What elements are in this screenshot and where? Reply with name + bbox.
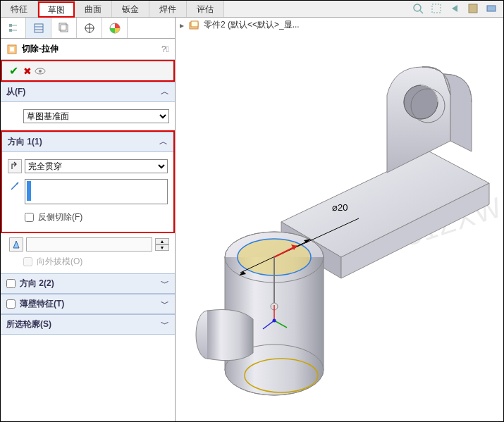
panel-tab-appearance[interactable] xyxy=(102,18,128,38)
direction1-highlight-box: 方向 1(1) ︿ 完全贯穿 xyxy=(1,130,175,233)
svg-rect-5 xyxy=(9,24,12,27)
tab-surface[interactable]: 曲面 xyxy=(75,1,112,17)
section-thin-header[interactable]: 薄壁特征(T) ﹀ xyxy=(1,294,175,314)
tab-feature[interactable]: 特征 xyxy=(1,1,38,17)
chevron-up-icon[interactable]: ︿ xyxy=(161,86,169,98)
feature-title: 切除-拉伸 xyxy=(22,43,161,55)
section-dir2-header[interactable]: 方向 2(2) ﹀ xyxy=(1,273,175,294)
flip-side-checkbox[interactable] xyxy=(25,213,34,222)
ok-button[interactable]: ✔ xyxy=(6,64,20,77)
dimension-annotation[interactable]: ⌀20 xyxy=(332,202,348,213)
draft-spinner: ▲ ▼ xyxy=(155,238,169,251)
tab-sheetmetal[interactable]: 钣金 xyxy=(112,1,149,17)
section-from-body: 草图基准面 xyxy=(1,102,175,130)
zoom-fit-icon[interactable] xyxy=(412,2,424,15)
svg-rect-19 xyxy=(10,47,14,51)
panel-tab-strip xyxy=(1,18,175,39)
svg-point-0 xyxy=(414,4,421,11)
help-icon[interactable]: ?⃝ xyxy=(161,44,169,54)
direction-selection-box[interactable] xyxy=(25,179,168,204)
end-condition-select[interactable]: 完全贯穿 xyxy=(25,159,168,173)
prev-view-icon[interactable] xyxy=(448,2,461,15)
confirm-toolbar: ✔ ✖ xyxy=(1,60,175,82)
property-panel: 切除-拉伸 ?⃝ ✔ ✖ 从(F) ︿ 草图基准面 方向 xyxy=(1,18,176,421)
svg-point-21 xyxy=(39,70,42,73)
chevron-up-icon[interactable]: ︿ xyxy=(159,136,168,148)
chevron-down-icon[interactable]: ﹀ xyxy=(161,278,169,290)
reverse-direction-button[interactable] xyxy=(8,159,22,173)
dir2-checkbox[interactable] xyxy=(6,279,16,288)
cut-extrude-icon xyxy=(6,44,18,55)
draft-angle-input[interactable] xyxy=(26,237,152,252)
flip-side-label: 反侧切除(F) xyxy=(38,211,82,223)
draft-area: ▲ ▼ 向外拔模(O) xyxy=(1,233,175,273)
section-from-header[interactable]: 从(F) ︿ xyxy=(1,82,175,102)
tab-evaluate[interactable]: 评估 xyxy=(187,1,224,17)
graphics-viewport[interactable]: ▸ 零件2 (默认<<默认>_显... 51ZXW.COM xyxy=(176,18,503,421)
draft-outward-checkbox xyxy=(23,257,32,266)
section-dir1-body: 完全贯穿 反侧切除(F) xyxy=(2,152,173,229)
panel-tab-feature-tree[interactable] xyxy=(1,18,26,38)
section-dir1-label: 方向 1(1) xyxy=(8,136,42,148)
feature-title-bar: 切除-拉伸 ?⃝ xyxy=(1,39,175,60)
svg-rect-6 xyxy=(9,29,12,32)
contours-label: 所选轮廓(S) xyxy=(6,318,51,330)
svg-point-42 xyxy=(273,319,276,323)
direction-vector-icon[interactable] xyxy=(8,179,22,193)
section-view-icon[interactable] xyxy=(467,2,479,15)
chevron-down-icon[interactable]: ﹀ xyxy=(161,298,169,310)
draft-outward-row: 向外拔模(O) xyxy=(23,256,169,268)
view-toolbar xyxy=(412,2,498,15)
section-from-label: 从(F) xyxy=(6,86,25,98)
draft-outward-label: 向外拔模(O) xyxy=(37,256,82,268)
from-select[interactable]: 草图基准面 xyxy=(23,109,169,123)
cancel-button[interactable]: ✖ xyxy=(20,66,35,77)
preview-toggle-icon[interactable] xyxy=(35,67,49,75)
selection-highlight xyxy=(27,181,31,201)
chevron-down-icon[interactable]: ﹀ xyxy=(161,318,169,330)
svg-rect-4 xyxy=(487,6,496,11)
tab-weldment[interactable]: 焊件 xyxy=(149,1,187,17)
dir2-label: 方向 2(2) xyxy=(20,278,54,290)
tab-sketch[interactable]: 草图 xyxy=(38,1,75,18)
model-render xyxy=(176,25,504,419)
svg-rect-3 xyxy=(469,4,477,13)
flip-side-row: 反侧切除(F) xyxy=(25,211,168,223)
panel-tab-config[interactable] xyxy=(51,18,77,38)
panel-tab-dimxpert[interactable] xyxy=(77,18,102,38)
display-style-icon[interactable] xyxy=(485,2,498,15)
draft-on-off-button[interactable] xyxy=(9,237,23,252)
svg-line-1 xyxy=(420,11,423,13)
svg-rect-9 xyxy=(35,24,43,32)
thin-label: 薄壁特征(T) xyxy=(20,298,64,310)
section-contours-header[interactable]: 所选轮廓(S) ﹀ xyxy=(1,314,175,335)
panel-tab-property-manager[interactable] xyxy=(26,18,51,38)
zoom-area-icon[interactable] xyxy=(430,2,443,15)
svg-rect-2 xyxy=(432,4,441,13)
spin-up-button[interactable]: ▲ xyxy=(155,238,169,244)
section-dir1-header[interactable]: 方向 1(1) ︿ xyxy=(2,132,173,152)
spin-down-button[interactable]: ▼ xyxy=(155,244,169,251)
thin-checkbox[interactable] xyxy=(6,299,16,309)
